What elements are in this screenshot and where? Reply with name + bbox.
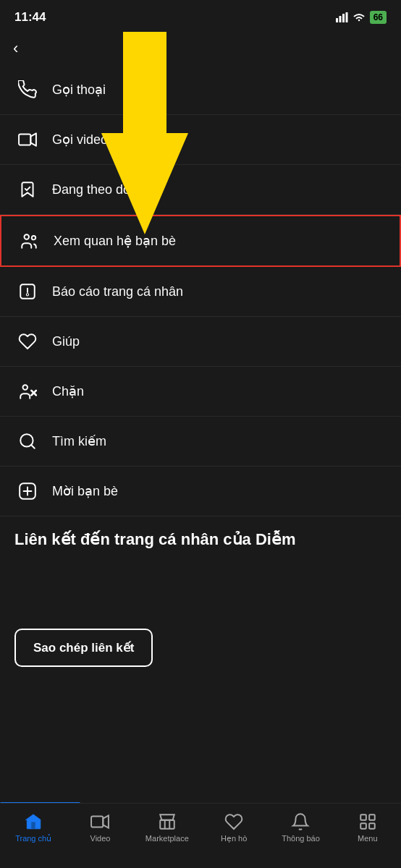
exclamation-icon [14, 278, 41, 305]
grid-nav-icon [358, 812, 377, 831]
nav-item-video[interactable]: Video [67, 809, 133, 843]
menu-item-bao-cao[interactable]: Báo cáo trang cá nhân [0, 267, 401, 317]
search-icon [14, 428, 41, 454]
video-icon [14, 127, 41, 153]
svg-rect-27 [360, 823, 366, 829]
svg-rect-2 [339, 16, 341, 22]
svg-point-7 [25, 234, 30, 239]
menu-item-goi-thoai[interactable]: Gọi thoại [0, 65, 401, 115]
status-icons: 66 [336, 11, 387, 24]
phone-icon [14, 77, 41, 103]
back-icon: ‹ [13, 39, 18, 58]
svg-rect-4 [345, 12, 347, 22]
menu-item-goi-video-label: Gọi video [52, 132, 108, 148]
heart-nav-icon [224, 812, 243, 831]
add-friend-icon [14, 478, 41, 504]
copy-link-button[interactable]: Sao chép liên kết [14, 629, 153, 667]
svg-rect-1 [336, 18, 338, 22]
nav-item-marketplace[interactable]: Marketplace [134, 809, 200, 843]
svg-rect-28 [369, 823, 375, 829]
svg-point-12 [23, 385, 28, 390]
svg-point-11 [27, 294, 28, 295]
svg-line-16 [31, 445, 35, 448]
bell-nav-icon [291, 812, 310, 831]
nav-item-menu[interactable]: Menu [334, 809, 401, 843]
svg-rect-5 [19, 134, 30, 145]
menu-item-chan[interactable]: Chặn [0, 367, 401, 417]
menu-item-bao-cao-label: Báo cáo trang cá nhân [52, 284, 183, 299]
nav-item-thong-bao-label: Thông báo [282, 834, 320, 843]
menu-item-dang-theo-doi[interactable]: Đang theo dõi [0, 165, 401, 215]
svg-rect-22 [160, 820, 174, 829]
menu-item-goi-thoai-label: Gọi thoại [52, 82, 106, 98]
nav-item-menu-label: Menu [358, 834, 378, 843]
section-heading: Liên kết đến trang cá nhân của Diễm [0, 516, 401, 556]
svg-point-8 [32, 236, 35, 239]
svg-rect-26 [369, 814, 375, 820]
svg-rect-20 [92, 816, 104, 827]
status-bar: 11:44 66 [0, 0, 401, 32]
friends-icon [16, 228, 42, 254]
menu-item-giup-label: Giúp [52, 334, 80, 349]
bookmark-icon [14, 176, 41, 203]
nav-item-marketplace-label: Marketplace [145, 834, 189, 843]
video-nav-icon [90, 812, 109, 831]
menu-item-xem-quan-he[interactable]: Xem quan hệ bạn bè [0, 215, 401, 267]
nav-item-video-label: Video [90, 834, 111, 843]
nav-item-trang-chu[interactable]: Trang chủ [0, 809, 67, 843]
wifi-icon [353, 12, 366, 22]
menu-item-moi-ban-be-label: Mời bạn bè [52, 483, 118, 499]
svg-rect-25 [360, 814, 366, 820]
home-nav-icon [24, 812, 43, 831]
signal-icon [336, 12, 348, 22]
menu-item-xem-quan-he-label: Xem quan hệ bạn bè [54, 233, 176, 249]
menu-list: Gọi thoại Gọi video Đang theo dõi Xem qu… [0, 65, 401, 516]
menu-item-moi-ban-be[interactable]: Mời bạn bè [0, 467, 401, 516]
heart-icon [14, 328, 41, 354]
spacer [0, 556, 401, 614]
menu-item-tim-kiem[interactable]: Tìm kiếm [0, 417, 401, 467]
menu-item-dang-theo-doi-label: Đang theo dõi [52, 182, 133, 197]
menu-item-chan-label: Chặn [52, 383, 84, 399]
menu-item-giup[interactable]: Giúp [0, 317, 401, 367]
block-icon [14, 378, 41, 404]
menu-item-tim-kiem-label: Tìm kiếm [52, 433, 106, 449]
nav-item-trang-chu-label: Trang chủ [15, 834, 51, 843]
menu-item-goi-video[interactable]: Gọi video [0, 115, 401, 165]
nav-item-thong-bao[interactable]: Thông báo [267, 809, 334, 843]
svg-marker-21 [104, 815, 109, 827]
svg-marker-6 [30, 133, 36, 145]
nav-item-hen-ho[interactable]: Hẹn hò [200, 809, 267, 843]
nav-item-hen-ho-label: Hẹn hò [221, 834, 247, 843]
bottom-nav: Trang chủ Video Marketplace Hẹn hò Thông… [0, 803, 401, 868]
status-time: 11:44 [14, 10, 46, 25]
marketplace-nav-icon [158, 812, 177, 831]
battery-indicator: 66 [370, 11, 387, 24]
svg-rect-3 [342, 14, 345, 22]
back-button[interactable]: ‹ [0, 32, 401, 65]
